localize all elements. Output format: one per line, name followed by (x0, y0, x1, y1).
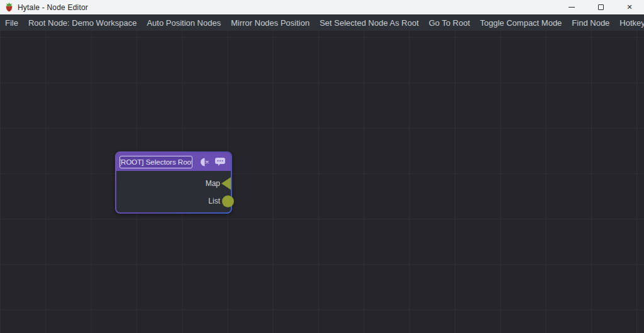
window-controls: ✕ (557, 0, 644, 14)
root-selectors-node[interactable]: [ROOT] Selectors Root (115, 151, 232, 214)
node-header[interactable]: [ROOT] Selectors Root (116, 153, 231, 171)
maximize-icon (598, 4, 604, 10)
window-title: Hytale - Node Editor (18, 3, 88, 12)
comment-icon[interactable] (214, 157, 226, 166)
node-body: Map List (116, 171, 231, 212)
output-label-map: Map (206, 179, 220, 188)
menu-item-set-selected-node-as-root[interactable]: Set Selected Node As Root (314, 15, 424, 31)
menu-item-root-node[interactable]: Root Node: Demo Workspace (23, 15, 142, 31)
node-header-icons (199, 157, 226, 167)
node-inner: [ROOT] Selectors Root (116, 153, 231, 212)
close-icon: ✕ (626, 4, 632, 11)
menu-item-toggle-compact-mode[interactable]: Toggle Compact Mode (475, 15, 567, 31)
menubar: File Root Node: Demo Workspace Auto Posi… (0, 14, 644, 31)
titlebar: Hytale - Node Editor ✕ (0, 0, 644, 14)
minimize-icon (569, 7, 575, 8)
node-title-input[interactable]: [ROOT] Selectors Root (119, 156, 192, 168)
output-connector-map[interactable] (221, 177, 231, 190)
mute-icon[interactable] (199, 157, 210, 167)
output-connector-list[interactable] (222, 195, 234, 207)
menu-item-go-to-root[interactable]: Go To Root (424, 15, 475, 31)
minimize-button[interactable] (557, 0, 586, 14)
menu-item-auto-position-nodes[interactable]: Auto Position Nodes (142, 15, 226, 31)
menu-item-find-node[interactable]: Find Node (567, 15, 614, 31)
node-editor-canvas[interactable]: [ROOT] Selectors Root (0, 31, 644, 333)
menu-item-file[interactable]: File (0, 15, 23, 31)
app-window: Hytale - Node Editor ✕ File Root Node: D… (0, 0, 644, 333)
menu-item-hotkeys[interactable]: Hotkeys (614, 15, 644, 31)
menu-item-mirror-nodes-position[interactable]: Mirror Nodes Position (226, 15, 314, 31)
maximize-button[interactable] (586, 0, 615, 14)
close-button[interactable]: ✕ (615, 0, 644, 14)
hytale-logo-icon (4, 3, 14, 12)
output-label-list: List (208, 197, 220, 205)
